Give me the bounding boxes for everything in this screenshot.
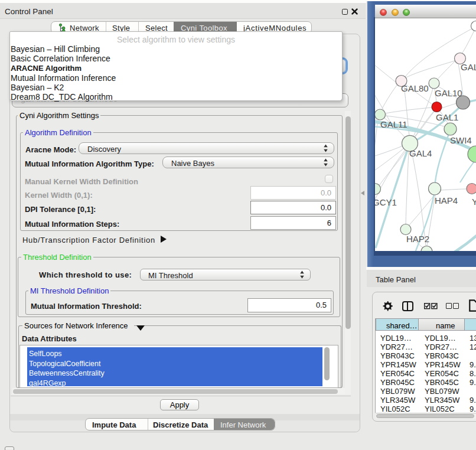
svg-text:GAL1: GAL1 xyxy=(436,112,458,122)
svg-text:GAL11: GAL11 xyxy=(380,119,407,129)
svg-text:GAL2: GAL2 xyxy=(461,62,476,72)
svg-text:SWI4: SWI4 xyxy=(450,135,472,145)
svg-text:GCY1: GCY1 xyxy=(375,197,397,207)
svg-text:GAL10: GAL10 xyxy=(435,88,462,98)
svg-text:GAL80: GAL80 xyxy=(401,83,429,93)
svg-text:YM: YM xyxy=(472,197,476,207)
svg-text:HAP2: HAP2 xyxy=(406,234,429,244)
svg-text:HAP4: HAP4 xyxy=(435,195,458,206)
svg-text:GAL4: GAL4 xyxy=(409,148,432,158)
